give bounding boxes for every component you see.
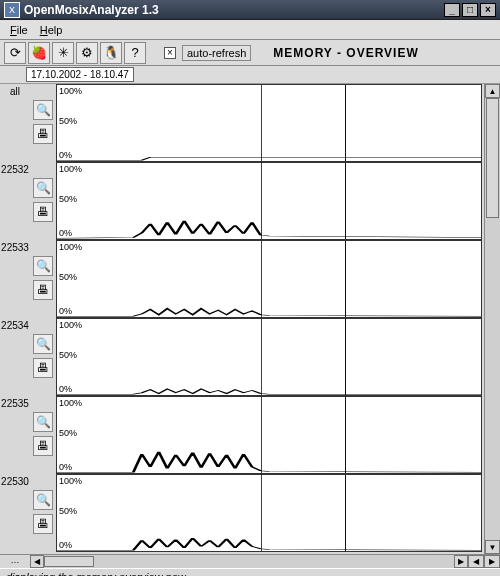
help-icon[interactable]: ? xyxy=(124,42,146,64)
auto-refresh-checkbox[interactable]: × xyxy=(164,47,176,59)
scroll-right-icon[interactable]: ▶ xyxy=(454,555,468,568)
scroll-down-icon[interactable]: ▼ xyxy=(485,540,500,554)
menu-file[interactable]: File xyxy=(4,22,34,38)
chart-row: 22532 🔍 🖶 100% 50% 0% xyxy=(0,162,484,240)
chart-22532: 100% 50% 0% xyxy=(56,162,482,240)
chart-row: all 🔍 🖶 100% 50% 0% xyxy=(0,84,484,162)
toolbar: ⟳ 🍓 ✳ ⚙ 🐧 ? × auto-refresh MEMORY - OVER… xyxy=(0,40,500,66)
row-id-label: 22532 xyxy=(0,162,30,240)
printer-icon[interactable]: 🖶 xyxy=(33,514,53,534)
chart-22530: 100% 50% 0% xyxy=(56,474,482,552)
horizontal-scrollbar[interactable]: … ◀ ▶ ◀ ▶ xyxy=(0,554,500,568)
chart-all: 100% 50% 0% xyxy=(56,84,482,162)
magnify-icon[interactable]: 🔍 xyxy=(33,412,53,432)
scroll-thumb[interactable] xyxy=(486,98,499,218)
strawberry-icon[interactable]: 🍓 xyxy=(28,42,50,64)
date-range-label: 17.10.2002 - 18.10.47 xyxy=(26,67,134,82)
chart-row: 22534 🔍 🖶 100% 50% 0% xyxy=(0,318,484,396)
magnify-icon[interactable]: 🔍 xyxy=(33,178,53,198)
hscroll-track[interactable] xyxy=(44,555,454,568)
row-id-label: 22535 xyxy=(0,396,30,474)
app-icon: X xyxy=(4,2,20,18)
row-tools: 🔍 🖶 xyxy=(30,474,56,552)
row-tools: 🔍 🖶 xyxy=(30,396,56,474)
chart-22534: 100% 50% 0% xyxy=(56,318,482,396)
chart-22535: 100% 50% 0% xyxy=(56,396,482,474)
chart-row: 22535 🔍 🖶 100% 50% 0% xyxy=(0,396,484,474)
titlebar: X OpenMosixAnalyzer 1.3 _ □ × xyxy=(0,0,500,20)
sub-toolbar: 17.10.2002 - 18.10.47 xyxy=(0,66,500,84)
vertical-scrollbar[interactable]: ▲ ▼ xyxy=(484,84,500,554)
content-area: all 🔍 🖶 100% 50% 0% 22532 🔍 🖶 100% xyxy=(0,84,500,554)
magnify-icon[interactable]: 🔍 xyxy=(33,100,53,120)
hscroll-thumb[interactable] xyxy=(44,556,94,567)
row-tools: 🔍 🖶 xyxy=(30,162,56,240)
maximize-button[interactable]: □ xyxy=(462,3,478,17)
scroll-right-icon-2[interactable]: ▶ xyxy=(484,555,500,568)
close-button[interactable]: × xyxy=(480,3,496,17)
row-id-label: 22533 xyxy=(0,240,30,318)
printer-icon[interactable]: 🖶 xyxy=(33,436,53,456)
chart-row: 22533 🔍 🖶 100% 50% 0% xyxy=(0,240,484,318)
charts-column: all 🔍 🖶 100% 50% 0% 22532 🔍 🖶 100% xyxy=(0,84,484,554)
scroll-up-icon[interactable]: ▲ xyxy=(485,84,500,98)
scroll-left-icon[interactable]: ◀ xyxy=(30,555,44,568)
printer-icon[interactable]: 🖶 xyxy=(33,280,53,300)
printer-icon[interactable]: 🖶 xyxy=(33,358,53,378)
row-id-label: 22534 xyxy=(0,318,30,396)
network-icon[interactable]: ✳ xyxy=(52,42,74,64)
printer-icon[interactable]: 🖶 xyxy=(33,124,53,144)
menu-help[interactable]: Help xyxy=(34,22,69,38)
magnify-icon[interactable]: 🔍 xyxy=(33,256,53,276)
row-id-label: all xyxy=(0,84,30,162)
magnify-icon[interactable]: 🔍 xyxy=(33,490,53,510)
minimize-button[interactable]: _ xyxy=(444,3,460,17)
chart-22533: 100% 50% 0% xyxy=(56,240,482,318)
row-tools: 🔍 🖶 xyxy=(30,84,56,162)
scroll-left-icon-2[interactable]: ◀ xyxy=(468,555,484,568)
chart-row: 22530 🔍 🖶 100% 50% 0% xyxy=(0,474,484,552)
printer-icon[interactable]: 🖶 xyxy=(33,202,53,222)
gear-icon[interactable]: ⚙ xyxy=(76,42,98,64)
magnify-icon[interactable]: 🔍 xyxy=(33,334,53,354)
status-bar: displaying the memory overview now xyxy=(0,568,500,576)
auto-refresh-label: auto-refresh xyxy=(182,45,251,61)
section-title: MEMORY - OVERVIEW xyxy=(273,46,418,60)
penguin-icon[interactable]: 🐧 xyxy=(100,42,122,64)
window-title: OpenMosixAnalyzer 1.3 xyxy=(24,3,442,17)
reload-icon[interactable]: ⟳ xyxy=(4,42,26,64)
hscroll-corner: … xyxy=(0,555,30,568)
row-tools: 🔍 🖶 xyxy=(30,240,56,318)
row-id-label: 22530 xyxy=(0,474,30,552)
menubar: File Help xyxy=(0,20,500,40)
row-tools: 🔍 🖶 xyxy=(30,318,56,396)
